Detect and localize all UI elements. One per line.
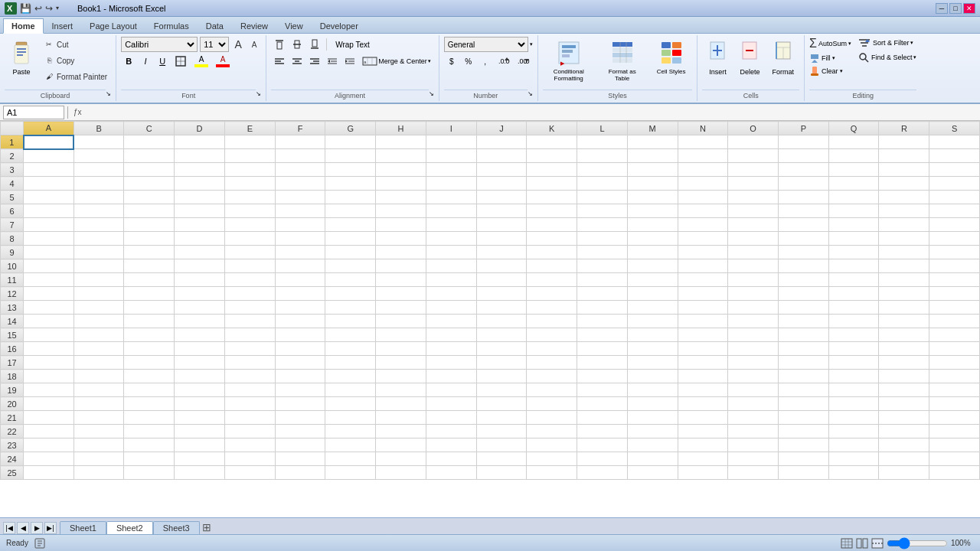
table-row[interactable] [728,287,779,301]
table-row[interactable] [426,204,476,218]
formula-input[interactable] [86,106,977,119]
table-row[interactable] [175,259,225,273]
table-row[interactable] [275,301,325,315]
table-row[interactable] [577,328,628,342]
table-row[interactable] [124,370,175,383]
table-row[interactable] [175,204,225,218]
number-format-select[interactable]: General Number Currency Percentage [444,37,528,52]
table-row[interactable] [275,342,325,356]
table-row[interactable] [124,452,175,466]
table-row[interactable] [476,342,527,356]
table-row[interactable] [828,397,879,411]
table-row[interactable] [175,287,225,301]
table-row[interactable] [929,191,980,204]
table-row[interactable] [376,273,426,287]
table-row[interactable] [627,149,678,163]
table-row[interactable] [275,259,325,273]
table-row[interactable] [124,383,175,397]
sheet-tab-sheet1[interactable]: Sheet1 [60,521,106,534]
table-row[interactable] [879,328,929,342]
table-row[interactable] [828,177,879,191]
align-bottom-button[interactable] [306,37,323,52]
table-row[interactable] [325,315,376,328]
table-row[interactable] [224,191,275,204]
font-name-select[interactable]: Calibri [121,37,198,52]
table-row[interactable] [175,452,225,466]
row-header-22[interactable]: 22 [1,425,24,439]
table-row[interactable] [527,273,577,287]
table-row[interactable] [224,177,275,191]
paste-button[interactable]: Paste [5,37,38,80]
table-row[interactable] [678,356,728,370]
table-row[interactable] [527,246,577,259]
row-header-16[interactable]: 16 [1,342,24,356]
table-row[interactable] [929,383,980,397]
table-row[interactable] [527,259,577,273]
table-row[interactable] [779,246,829,259]
align-right-button[interactable] [306,54,323,69]
table-row[interactable] [24,383,74,397]
table-row[interactable] [24,273,74,287]
table-row[interactable] [779,411,829,425]
table-row[interactable] [627,466,678,480]
table-row[interactable] [879,218,929,232]
table-row[interactable] [124,191,175,204]
col-header-Q[interactable]: Q [828,122,879,135]
table-row[interactable] [74,328,124,342]
table-row[interactable] [24,411,74,425]
table-row[interactable] [627,204,678,218]
comma-format-button[interactable]: , [478,54,493,69]
table-row[interactable] [325,246,376,259]
table-row[interactable] [779,301,829,315]
table-row[interactable] [124,177,175,191]
number-expand[interactable]: ↘ [528,90,533,97]
table-row[interactable] [426,301,476,315]
table-row[interactable] [426,246,476,259]
table-row[interactable] [175,218,225,232]
table-row[interactable] [24,328,74,342]
table-row[interactable] [527,452,577,466]
table-row[interactable] [175,191,225,204]
table-row[interactable] [577,315,628,328]
table-row[interactable] [627,328,678,342]
table-row[interactable] [275,273,325,287]
table-row[interactable] [275,383,325,397]
table-row[interactable] [74,315,124,328]
table-row[interactable] [24,204,74,218]
table-row[interactable] [828,452,879,466]
table-row[interactable] [879,383,929,397]
cell-styles-button[interactable]: Cell Styles [650,37,693,79]
table-row[interactable] [175,383,225,397]
table-row[interactable] [74,218,124,232]
table-row[interactable] [175,411,225,425]
table-row[interactable] [929,411,980,425]
table-row[interactable] [577,356,628,370]
table-row[interactable] [224,301,275,315]
col-header-A[interactable]: A [24,122,74,135]
table-row[interactable] [124,356,175,370]
sort-filter-arrow[interactable]: ▾ [910,40,913,46]
table-row[interactable] [275,466,325,480]
col-header-O[interactable]: O [728,122,779,135]
table-row[interactable] [24,135,74,149]
table-row[interactable] [577,232,628,246]
table-row[interactable] [828,425,879,439]
table-row[interactable] [124,466,175,480]
table-row[interactable] [325,273,376,287]
table-row[interactable] [527,204,577,218]
table-row[interactable] [224,425,275,439]
table-row[interactable] [577,425,628,439]
table-row[interactable] [828,411,879,425]
table-row[interactable] [678,163,728,177]
table-row[interactable] [779,287,829,301]
table-row[interactable] [678,149,728,163]
insert-function-button[interactable]: ƒx [71,108,84,116]
table-row[interactable] [325,425,376,439]
table-row[interactable] [828,383,879,397]
accounting-format-button[interactable]: $ [444,54,459,69]
table-row[interactable] [376,287,426,301]
row-header-19[interactable]: 19 [1,383,24,397]
table-row[interactable] [627,301,678,315]
table-row[interactable] [678,328,728,342]
percent-format-button[interactable]: % [461,54,476,69]
